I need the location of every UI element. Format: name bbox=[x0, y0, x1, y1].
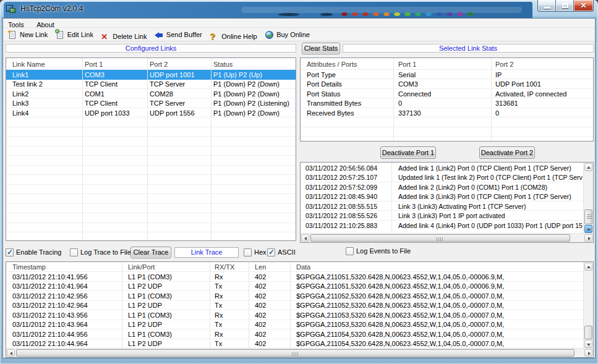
cell-status: P1 (Down) P2 (Down) bbox=[213, 90, 294, 98]
link-stats-column-headers[interactable]: Attributes / Ports Port 1 Port 2 bbox=[301, 58, 593, 70]
deactivate-port2-button[interactable]: Deactivate Port 2 bbox=[479, 146, 535, 159]
minimize-icon bbox=[544, 7, 550, 9]
scroll-left-button[interactable] bbox=[301, 234, 309, 242]
hex-checkbox[interactable] bbox=[244, 248, 252, 256]
link-row[interactable]: Test link 2 TCP Client TCP Server P1 (Do… bbox=[6, 80, 296, 90]
event-row[interactable]: 03/11/2012 20:57:25.107 Updated link 1 (… bbox=[301, 173, 583, 183]
configured-links-column-headers[interactable]: Link Name Port 1 Port 2 Status bbox=[6, 58, 296, 70]
event-log-horizontal-scrollbar[interactable] bbox=[301, 233, 593, 242]
scroll-up-button[interactable] bbox=[584, 263, 592, 271]
event-log-rows: 03/11/2012 20:56:56.084 Added link 1 (Li… bbox=[301, 163, 583, 234]
stat-row[interactable]: Port Status Connected Activated, IP conn… bbox=[301, 89, 593, 99]
menu-about[interactable]: About bbox=[32, 20, 59, 28]
log-events-checkbox[interactable] bbox=[346, 247, 354, 255]
scrollbar-thumb[interactable] bbox=[310, 234, 570, 242]
event-row[interactable]: 03/11/2012 20:57:52.099 Added link 2 (Li… bbox=[301, 182, 583, 192]
cell-len: 402 bbox=[255, 273, 289, 281]
maximize-button[interactable] bbox=[555, 0, 574, 12]
scroll-down-button[interactable] bbox=[584, 340, 592, 348]
online-help-button[interactable]: Online Help bbox=[210, 30, 257, 43]
scroll-right-button[interactable] bbox=[584, 234, 592, 242]
app-icon[interactable] bbox=[6, 4, 16, 14]
column-divider bbox=[211, 58, 211, 240]
stat-row[interactable]: Transmitted Bytes 0 313681 bbox=[301, 99, 593, 109]
delete-link-button[interactable]: Delete Link bbox=[101, 30, 147, 43]
column-divider bbox=[147, 58, 148, 240]
menu-tools[interactable]: Tools bbox=[3, 20, 29, 28]
link-stats-table: Attributes / Ports Port 1 Port 2 Port Ty… bbox=[300, 57, 594, 142]
scrollbar-thumb[interactable] bbox=[16, 349, 575, 357]
trace-horizontal-scrollbar[interactable] bbox=[6, 348, 593, 357]
link-row[interactable]: Link3 TCP Client TCP Server P1 (Down) P2… bbox=[6, 99, 296, 109]
cell-event-time: 03/11/2012 21:08:55.515 bbox=[305, 203, 390, 210]
stat-row[interactable]: Port Details COM3 UDP Port 1001 bbox=[301, 80, 593, 90]
clear-trace-button[interactable]: Clear Trace bbox=[130, 247, 171, 258]
col-rx-tx[interactable]: RX/TX bbox=[215, 263, 234, 271]
col-attributes[interactable]: Attributes / Ports bbox=[307, 61, 357, 68]
trace-row[interactable]: 03/11/2012 21:10:44.956 L1 P1 (COM3) Rx … bbox=[6, 329, 583, 339]
edit-link-icon bbox=[56, 30, 65, 40]
scrollbar-thumb[interactable] bbox=[584, 210, 592, 224]
hex-label[interactable]: Hex bbox=[254, 248, 267, 256]
event-row[interactable]: 03/11/2012 21:08:55.526 Link 3 (Link3) P… bbox=[301, 211, 583, 221]
column-divider bbox=[210, 262, 210, 349]
cell-port1: TCP Client bbox=[85, 99, 145, 107]
title-bar[interactable]: HsTcp2Com v2.0.4 bbox=[0, 0, 598, 18]
edit-link-button[interactable]: Edit Link bbox=[56, 28, 93, 41]
ascii-checkbox[interactable] bbox=[267, 248, 275, 256]
arrow-up-icon bbox=[587, 266, 591, 268]
event-log-vertical-scrollbar[interactable] bbox=[583, 163, 593, 234]
scroll-right-button[interactable] bbox=[584, 349, 592, 357]
link-row[interactable]: Link2 COM1 COM28 P1 (Down) P2 (Down) bbox=[6, 89, 296, 99]
close-button[interactable] bbox=[573, 0, 594, 12]
link-row[interactable]: Link1 COM3 UDP port 1001 P1 (Up) P2 (Up) bbox=[6, 70, 296, 80]
trace-row[interactable]: 03/11/2012 21:10:41.956 L1 P1 (COM3) Rx … bbox=[6, 272, 583, 282]
ascii-label[interactable]: ASCII bbox=[278, 248, 296, 256]
enable-tracing-checkbox[interactable] bbox=[6, 248, 14, 256]
col-port1[interactable]: Port 1 bbox=[85, 61, 103, 68]
column-divider bbox=[290, 262, 291, 349]
log-trace-checkbox[interactable] bbox=[70, 248, 78, 256]
scroll-down-button[interactable] bbox=[584, 225, 592, 233]
link-row[interactable]: Link4 UDP port 1033 UDP port 1556 P1 (Do… bbox=[6, 108, 296, 118]
enable-tracing-label[interactable]: Enable Tracing bbox=[16, 248, 61, 256]
scroll-left-button[interactable] bbox=[7, 349, 15, 357]
trace-row[interactable]: 03/11/2012 21:10:43.964 L1 P2 UDP Tx 402… bbox=[6, 320, 583, 330]
scrollbar-thumb[interactable] bbox=[584, 326, 592, 339]
trace-column-headers[interactable]: Timestamp Link/Port RX/TX Len Data bbox=[6, 262, 593, 272]
col-timestamp[interactable]: Timestamp bbox=[12, 263, 46, 271]
color-dot-icon bbox=[436, 12, 442, 16]
col-status[interactable]: Status bbox=[213, 61, 233, 68]
log-trace-label[interactable]: Log Trace to File bbox=[80, 248, 131, 256]
scroll-up-button[interactable] bbox=[584, 163, 592, 171]
col-port2[interactable]: Port 2 bbox=[150, 61, 168, 68]
col-link-name[interactable]: Link Name bbox=[12, 61, 45, 68]
trace-vertical-scrollbar[interactable] bbox=[583, 262, 593, 349]
stat-row[interactable]: Port Type Serial IP bbox=[301, 70, 593, 80]
cell-event-text: Added link 2 (Link2) Port 0 (COM1) Port … bbox=[398, 184, 583, 191]
clear-stats-button[interactable]: Clear Stats bbox=[302, 43, 340, 54]
col-port2[interactable]: Port 2 bbox=[495, 61, 513, 68]
trace-row[interactable]: 03/11/2012 21:10:42.964 L1 P2 UDP Tx 402… bbox=[6, 301, 583, 311]
deactivate-port1-button[interactable]: Deactivate Port 1 bbox=[380, 146, 436, 159]
new-link-button[interactable]: New Link bbox=[8, 28, 48, 41]
event-row[interactable]: 03/11/2012 21:08:45.940 Added link 3 (Li… bbox=[301, 192, 583, 202]
buy-online-button[interactable]: Buy Online bbox=[265, 28, 310, 41]
event-row[interactable]: 03/11/2012 21:08:55.515 Link 3 (Link3) A… bbox=[301, 201, 583, 211]
event-row[interactable]: 03/11/2012 21:10:25.883 Added link 4 (Li… bbox=[301, 221, 583, 231]
minimize-button[interactable] bbox=[537, 0, 556, 12]
col-port1[interactable]: Port 1 bbox=[398, 61, 416, 68]
send-buffer-button[interactable]: Send Buffer bbox=[155, 28, 202, 41]
log-events-label[interactable]: Log Events to File bbox=[356, 247, 411, 255]
col-data[interactable]: Data bbox=[296, 263, 310, 271]
color-dot-icon bbox=[373, 12, 379, 16]
stat-row[interactable]: Received Bytes 337130 0 bbox=[301, 108, 593, 118]
trace-row[interactable]: 03/11/2012 21:10:43.956 L1 P1 (COM3) Rx … bbox=[6, 310, 583, 320]
trace-row[interactable]: 03/11/2012 21:10:41.964 L1 P2 UDP Tx 402… bbox=[6, 282, 583, 292]
col-link-port[interactable]: Link/Port bbox=[128, 263, 155, 271]
cell-port1: COM3 bbox=[85, 71, 145, 78]
trace-row[interactable]: 03/11/2012 21:10:44.964 L1 P2 UDP Tx 402… bbox=[6, 339, 583, 349]
event-row[interactable]: 03/11/2012 20:56:56.084 Added link 1 (Li… bbox=[301, 163, 583, 173]
col-len[interactable]: Len bbox=[255, 263, 266, 271]
trace-row[interactable]: 03/11/2012 21:10:42.956 L1 P1 (COM3) Rx … bbox=[6, 291, 583, 301]
